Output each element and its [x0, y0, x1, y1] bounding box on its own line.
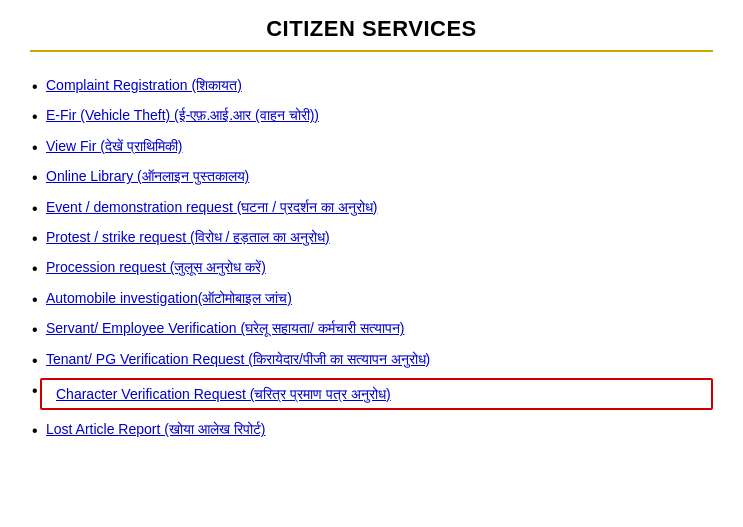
service-link-lost-article[interactable]: Lost Article Report (खोया आलेख रिपोर्ट)	[46, 421, 265, 437]
list-item: Automobile investigation(ऑटोमोबाइल जांच)	[30, 283, 713, 313]
list-item: E-Fir (Vehicle Theft) (ई-एफ़.आई.आर (वाहन…	[30, 100, 713, 130]
page-title: CITIZEN SERVICES	[30, 16, 713, 42]
list-item: Character Verification Request (चरित्र प…	[30, 374, 713, 414]
service-link-complaint-registration[interactable]: Complaint Registration (शिकायत)	[46, 77, 242, 93]
service-link-protest-strike[interactable]: Protest / strike request (विरोध / हड़ताल…	[46, 229, 330, 245]
list-item: Complaint Registration (शिकायत)	[30, 70, 713, 100]
list-item: Online Library (ऑनलाइन पुस्तकालय)	[30, 161, 713, 191]
list-item: Lost Article Report (खोया आलेख रिपोर्ट)	[30, 414, 713, 444]
service-link-character-verification[interactable]: Character Verification Request (चरित्र प…	[56, 386, 391, 402]
service-link-online-library[interactable]: Online Library (ऑनलाइन पुस्तकालय)	[46, 168, 249, 184]
service-link-procession-request[interactable]: Procession request (जुलूस अनुरोध करें)	[46, 259, 266, 275]
title-divider	[30, 50, 713, 52]
service-link-tenant-pg[interactable]: Tenant/ PG Verification Request (किरायेद…	[46, 351, 430, 367]
list-item: Protest / strike request (विरोध / हड़ताल…	[30, 222, 713, 252]
service-link-event-demonstration[interactable]: Event / demonstration request (घटना / प्…	[46, 199, 377, 215]
list-item: Servant/ Employee Verification (घरेलू सह…	[30, 313, 713, 343]
page-container: CITIZEN SERVICES Complaint Registration …	[0, 0, 743, 527]
highlighted-service-item: Character Verification Request (चरित्र प…	[40, 378, 713, 410]
list-item: Event / demonstration request (घटना / प्…	[30, 192, 713, 222]
list-item: View Fir (देखें प्राथिमिकी)	[30, 131, 713, 161]
list-item: Tenant/ PG Verification Request (किरायेद…	[30, 344, 713, 374]
service-link-automobile-investigation[interactable]: Automobile investigation(ऑटोमोबाइल जांच)	[46, 290, 292, 306]
service-link-e-fir[interactable]: E-Fir (Vehicle Theft) (ई-एफ़.आई.आर (वाहन…	[46, 107, 319, 123]
service-link-servant-employee[interactable]: Servant/ Employee Verification (घरेलू सह…	[46, 320, 404, 336]
services-list: Complaint Registration (शिकायत)E-Fir (Ve…	[30, 70, 713, 445]
service-link-view-fir[interactable]: View Fir (देखें प्राथिमिकी)	[46, 138, 182, 154]
list-item: Procession request (जुलूस अनुरोध करें)	[30, 252, 713, 282]
